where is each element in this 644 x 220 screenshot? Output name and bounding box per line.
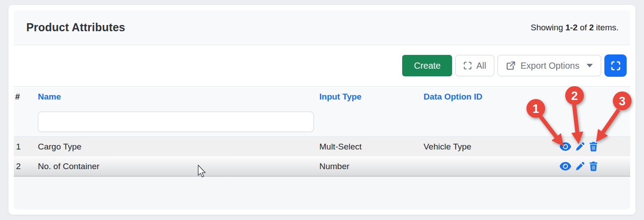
table-header-row: # Name Input Type Data Option ID [14,87,630,107]
export-options-label: Export Options [521,61,579,71]
column-header-name[interactable]: Name [38,92,319,102]
row-actions [553,161,631,172]
table-filter-row [14,107,630,137]
trash-icon [589,161,598,171]
table-footer-area [14,177,630,209]
column-header-data-option-id[interactable]: Data Option ID [424,92,553,102]
eye-icon [559,162,571,171]
cell-input-type: Mult-Select [319,142,424,152]
show-all-button[interactable]: All [455,55,494,76]
table-row: 1 Cargo Type Mult-Select Vehicle Type [14,137,630,157]
cell-input-type: Number [319,162,424,171]
table-row: 2 No. of Container Number [14,157,630,177]
column-header-input-type[interactable]: Input Type [319,92,424,102]
items-summary: Showing 1-2 of 2 items. [531,23,619,33]
summary-total: 2 [589,23,594,33]
cell-name: Cargo Type [38,142,319,152]
row-actions [553,141,631,152]
caret-down-icon [587,64,593,67]
page-title: Product Attributes [26,21,125,34]
trash-icon [589,141,598,152]
toolbar: Create All Export Options [14,45,630,87]
summary-items: items. [596,23,619,33]
delete-button[interactable] [588,141,599,152]
card-header: Product Attributes Showing 1-2 of 2 item… [14,10,630,45]
external-link-icon [506,61,516,71]
export-options-button[interactable]: Export Options [497,55,601,76]
view-button[interactable] [559,161,572,171]
cell-data-option-id: Vehicle Type [424,142,553,152]
card-inner: Product Attributes Showing 1-2 of 2 item… [14,10,630,209]
fullscreen-button[interactable] [604,54,627,77]
cell-num: 1 [14,142,38,152]
summary-showing: Showing [531,23,563,33]
eye-icon [559,142,571,151]
summary-range: 1-2 [565,23,577,33]
view-button[interactable] [559,141,572,152]
expand-corners-icon [463,61,472,70]
create-button[interactable]: Create [402,55,452,76]
page: { "page": { "background": "#eceef2" }, "… [0,0,644,220]
edit-button[interactable] [575,161,586,172]
summary-of: of [580,23,587,33]
cell-name: No. of Container [38,162,319,171]
pencil-icon [575,141,585,152]
cell-num: 2 [14,162,38,171]
show-all-label: All [476,61,486,71]
name-filter-input[interactable] [38,112,314,132]
pencil-icon [575,161,585,171]
column-header-num: # [14,92,38,102]
product-attributes-card: Product Attributes Showing 1-2 of 2 item… [8,4,636,215]
fullscreen-icon [611,61,621,71]
edit-button[interactable] [575,141,586,152]
delete-button[interactable] [588,161,599,172]
